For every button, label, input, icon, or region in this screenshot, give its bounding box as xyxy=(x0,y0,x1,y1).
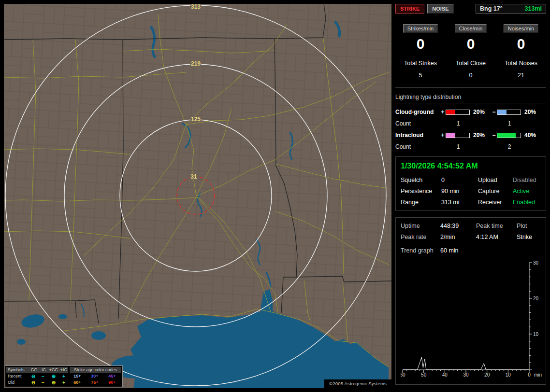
bearing-range-box: Bng 17° 313mi xyxy=(476,4,546,14)
strikes-per-min-value: 0 xyxy=(395,36,446,52)
noise-mode-button[interactable]: NOISE xyxy=(427,4,453,14)
noises-column: Noises/min 0 Total Noises 21 xyxy=(496,24,546,79)
total-close-value: 0 xyxy=(446,72,496,79)
persistence-value: 90 min xyxy=(441,188,478,195)
separator xyxy=(395,87,546,88)
close-per-min-value: 0 xyxy=(446,36,496,52)
noises-per-min-header: Noises/min xyxy=(504,24,538,33)
persistence-label: Persistence xyxy=(401,188,441,195)
total-strikes-value: 5 xyxy=(395,72,446,79)
neg-cg-symbol-old: ⊖ xyxy=(29,379,38,386)
strike-mode-button[interactable]: STRIKE xyxy=(395,4,424,14)
range-ring-label-31: 31 xyxy=(190,173,197,180)
svg-text:10: 10 xyxy=(506,372,511,378)
lightning-map[interactable]: 313 219 125 31 Symbols -CG -IC +CG +IC S… xyxy=(4,4,391,388)
legend-col-neg-cg: -CG xyxy=(29,367,38,373)
bearing-value: Bng 17° xyxy=(480,5,503,12)
capture-status: Active xyxy=(513,188,541,195)
peak-rate-label: Peak rate xyxy=(401,234,440,240)
cg-negative-bar xyxy=(497,110,521,115)
age-15: 15+ xyxy=(68,373,87,379)
mode-toolbar: STRIKE NOISE Bng 17° 313mi xyxy=(395,4,546,14)
strikes-per-min-header: Strikes/min xyxy=(403,24,438,33)
close-column: Close/min 0 Total Close 0 xyxy=(446,24,496,79)
datetime-display: 1/30/2026 4:54:52 AM xyxy=(401,162,541,170)
cg-positive-bar xyxy=(446,110,470,115)
svg-text:10: 10 xyxy=(533,332,539,337)
map-canvas: 313 219 125 31 xyxy=(4,4,391,388)
trend-chart: 1020306050403020100min xyxy=(401,258,544,379)
pos-ic-symbol-old: + xyxy=(59,379,68,386)
svg-text:40: 40 xyxy=(442,372,448,378)
svg-text:30: 30 xyxy=(533,260,539,266)
legend-age-header: Strike age color codes xyxy=(70,367,121,373)
neg-ic-symbol-recent: − xyxy=(38,373,48,379)
legend-row-old: Old ⊖ − ⊕ + 60+ 75+ 90+ xyxy=(6,379,121,386)
legend-row-recent: Recent ⊖ − ⊕ + 15+ 30+ 45+ xyxy=(6,373,121,379)
ic-negative-count: 2 xyxy=(497,143,522,150)
legend-col-pos-ic: +IC xyxy=(59,367,68,373)
legend-symbols-header: Symbols xyxy=(6,367,29,373)
plot-label: Plot xyxy=(517,223,541,229)
intracloud-label: Intracloud xyxy=(395,132,440,139)
close-per-min-header: Close/min xyxy=(455,24,487,33)
ic-negative-pct: 40% xyxy=(522,132,541,139)
map-legend: Symbols -CG -IC +CG +IC Strike age color… xyxy=(5,365,123,387)
svg-text:50: 50 xyxy=(421,372,427,378)
distribution-section: Lightning type distribution Cloud-ground… xyxy=(395,94,546,150)
legend-row-label: Old xyxy=(6,379,29,386)
cloud-ground-label: Cloud-ground xyxy=(395,109,440,115)
total-noises-value: 21 xyxy=(496,72,546,79)
minus-sign: − xyxy=(491,109,497,115)
plot-value: Strike xyxy=(517,234,541,240)
ic-negative-bar xyxy=(497,133,521,138)
age-45: 45+ xyxy=(103,373,121,379)
pos-cg-symbol-recent: ⊕ xyxy=(48,373,59,379)
uptime-value: 448:39 xyxy=(440,223,476,229)
trend-graph-label: Trend graph xyxy=(401,247,440,254)
cg-negative-count: 1 xyxy=(497,120,522,127)
range-setting-label: Range xyxy=(401,199,441,206)
ic-positive-bar xyxy=(446,133,470,138)
pos-cg-symbol-old: ⊕ xyxy=(48,379,59,386)
svg-text:30: 30 xyxy=(463,372,469,378)
svg-text:min: min xyxy=(534,372,542,378)
ic-positive-count: 1 xyxy=(446,143,471,150)
age-60: 60+ xyxy=(68,379,87,386)
noises-per-min-value: 0 xyxy=(496,36,546,52)
total-strikes-label: Total Strikes xyxy=(395,60,446,67)
svg-text:0: 0 xyxy=(528,372,531,378)
plus-sign: + xyxy=(440,109,446,115)
neg-cg-symbol-recent: ⊖ xyxy=(29,373,38,379)
squelch-label: Squelch xyxy=(401,177,441,183)
squelch-value: 0 xyxy=(441,177,478,183)
capture-label: Capture xyxy=(478,188,513,195)
range-ring-label-313: 313 xyxy=(191,4,201,10)
svg-text:20: 20 xyxy=(484,372,490,378)
cg-negative-pct: 20% xyxy=(522,109,541,115)
peak-time-value: 4:12 AM xyxy=(476,234,517,240)
total-close-label: Total Close xyxy=(446,60,496,67)
clock-panel: 1/30/2026 4:54:52 AM Squelch 0 Upload Di… xyxy=(395,156,546,211)
age-30: 30+ xyxy=(87,373,103,379)
distribution-title: Lightning type distribution xyxy=(395,94,546,103)
count-label: Count xyxy=(395,143,440,150)
legend-col-pos-cg: +CG xyxy=(48,367,59,373)
svg-text:20: 20 xyxy=(533,296,539,301)
copyright-text: ©2005 Astrogenic Systems xyxy=(324,379,391,388)
upload-label: Upload xyxy=(478,177,513,183)
legend-col-neg-ic: -IC xyxy=(38,367,48,373)
plus-sign: + xyxy=(440,132,446,139)
status-panel: Uptime 448:39 Peak time Plot Peak rate 2… xyxy=(395,217,546,385)
upload-status: Disabled xyxy=(513,177,541,183)
age-75: 75+ xyxy=(87,379,103,386)
total-noises-label: Total Noises xyxy=(496,60,546,67)
range-ring-label-219: 219 xyxy=(191,60,201,67)
range-setting-value: 313 mi xyxy=(441,199,478,206)
cg-positive-count: 1 xyxy=(446,120,471,127)
trend-window-value: 60 min xyxy=(440,247,541,254)
minus-sign: − xyxy=(491,132,497,139)
uptime-label: Uptime xyxy=(401,223,440,229)
pos-ic-symbol-recent: + xyxy=(59,373,68,379)
cg-positive-pct: 20% xyxy=(471,109,491,115)
